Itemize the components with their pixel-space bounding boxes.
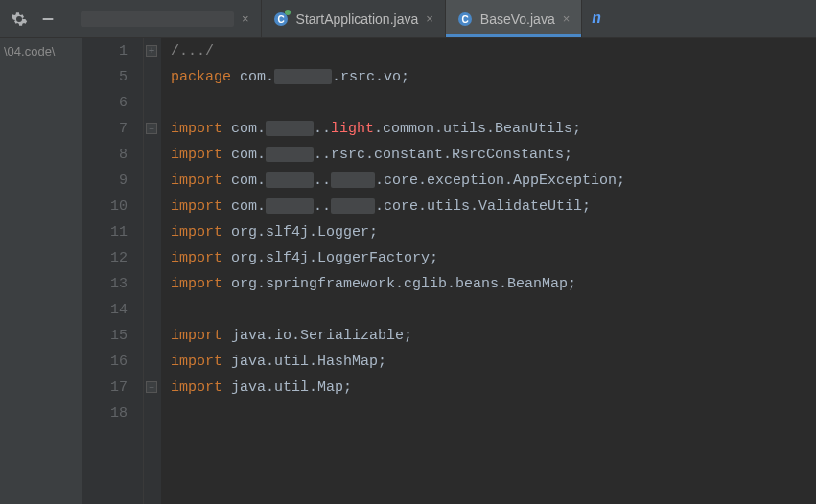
code-line[interactable] <box>171 401 816 426</box>
fold-expanded-icon[interactable]: – <box>146 123 157 134</box>
gear-icon[interactable] <box>10 10 29 29</box>
overflow-tabs-hint[interactable]: n <box>582 0 611 37</box>
code-line[interactable]: import java.util.Map; <box>171 375 816 401</box>
editor-tabs: × C StartApplication.java × C BaseVo.jav… <box>69 0 611 37</box>
code-line[interactable]: import org.springframework.cglib.beans.B… <box>171 271 816 297</box>
code-line[interactable] <box>171 297 816 323</box>
line-number: 13 <box>82 271 128 297</box>
line-number: 12 <box>82 245 128 271</box>
line-number: 8 <box>82 142 128 168</box>
line-number: 18 <box>82 401 128 426</box>
line-number-gutter: 156789101112131415161718 <box>82 38 144 504</box>
code-line[interactable] <box>171 90 816 116</box>
code-line[interactable]: import org.slf4j.LoggerFactory; <box>171 245 816 271</box>
tab-base-vo[interactable]: C BaseVo.java × <box>446 0 582 37</box>
svg-text:C: C <box>277 14 284 25</box>
line-number: 11 <box>82 219 128 245</box>
line-number: 9 <box>82 168 128 194</box>
line-number: 16 <box>82 349 128 375</box>
close-icon[interactable]: × <box>563 11 571 26</box>
java-class-icon: C <box>457 11 473 27</box>
project-side-panel[interactable]: \04.code\ <box>0 38 82 504</box>
svg-text:C: C <box>461 14 468 25</box>
fold-expanded-icon[interactable]: – <box>146 381 157 393</box>
minimize-icon[interactable] <box>38 10 58 29</box>
line-number: 5 <box>82 64 128 90</box>
top-toolbar: × C StartApplication.java × C BaseVo.jav… <box>0 0 816 38</box>
tab-hidden[interactable]: × <box>69 0 262 37</box>
tab-start-application[interactable]: C StartApplication.java × <box>262 0 446 37</box>
code-line[interactable]: import com....core.utils.ValidateUtil; <box>171 194 816 219</box>
line-number: 7 <box>82 116 128 142</box>
code-line[interactable]: import java.io.Serializable; <box>171 323 816 349</box>
tab-label: StartApplication.java <box>296 11 419 27</box>
code-line[interactable]: package com..rsrc.vo; <box>171 64 816 90</box>
close-icon[interactable]: × <box>426 11 433 26</box>
line-number: 10 <box>82 194 128 219</box>
code-line[interactable]: /.../ <box>171 38 816 64</box>
fold-collapsed-icon[interactable]: + <box>146 45 157 57</box>
toolbar-left-group <box>0 10 58 29</box>
redacted-tab-label <box>81 11 234 27</box>
close-icon[interactable]: × <box>242 11 249 26</box>
line-number: 1 <box>82 38 128 64</box>
tab-label: BaseVo.java <box>480 11 555 27</box>
line-number: 6 <box>82 90 128 116</box>
code-line[interactable]: import com....core.exception.AppExceptio… <box>171 168 816 194</box>
line-number: 15 <box>82 323 128 349</box>
line-number: 14 <box>82 297 128 323</box>
code-line[interactable]: import com...rsrc.constant.RsrcConstants… <box>171 142 816 168</box>
code-line[interactable]: import java.util.HashMap; <box>171 349 816 375</box>
fold-gutter: +–– <box>144 38 161 504</box>
code-line[interactable]: import com...light.common.utils.BeanUtil… <box>171 116 816 142</box>
code-area[interactable]: /.../package com..rsrc.vo; import com...… <box>161 38 816 504</box>
line-number: 17 <box>82 375 128 401</box>
side-panel-path: \04.code\ <box>4 44 56 58</box>
code-editor[interactable]: 156789101112131415161718 +–– /.../packag… <box>82 38 816 504</box>
java-class-run-icon: C <box>273 11 289 27</box>
code-line[interactable]: import org.slf4j.Logger; <box>171 219 816 245</box>
main-area: \04.code\ 156789101112131415161718 +–– /… <box>0 38 816 504</box>
